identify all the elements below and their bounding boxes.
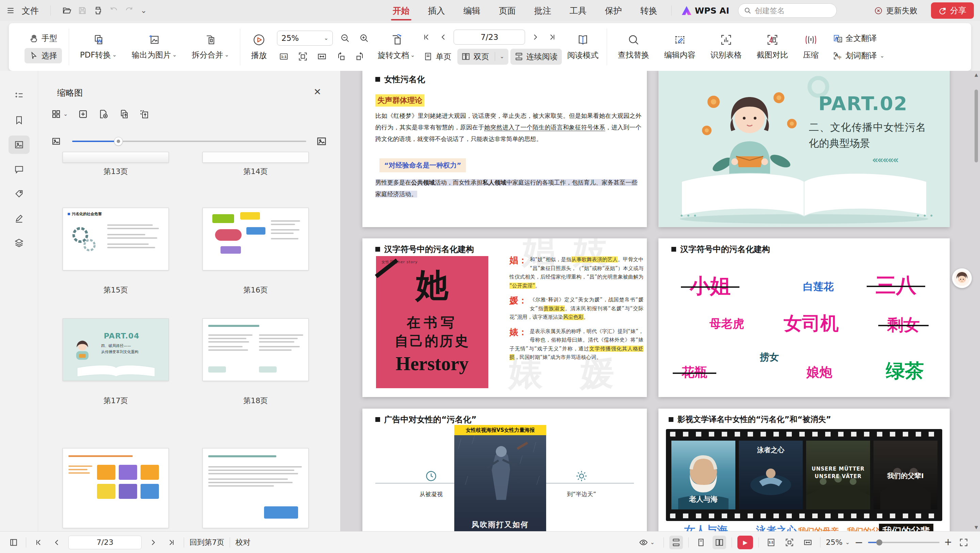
export-image-button[interactable]: 输出为图片⌄ xyxy=(124,25,184,69)
pdf-page-8[interactable]: PART.02 二、文化传播中女性污名化的典型场景 ««««« xyxy=(659,71,950,227)
delete-page-icon[interactable] xyxy=(98,109,108,119)
proofread-button[interactable]: 校对 xyxy=(235,537,250,548)
zoom-slider-thumb[interactable] xyxy=(876,539,882,545)
rotate-right-icon[interactable] xyxy=(353,50,367,63)
read-mode-button[interactable]: 阅读模式 xyxy=(563,25,603,69)
compress-button[interactable]: 压缩 xyxy=(795,25,826,69)
translate-word-button[interactable]: A中 划词翻译 ⌄ xyxy=(831,50,886,62)
update-status[interactable]: 更新失败 xyxy=(874,5,917,16)
share-button[interactable]: 分享 xyxy=(931,2,974,19)
save-icon[interactable] xyxy=(78,6,87,15)
next-page-icon[interactable] xyxy=(146,535,160,549)
vertical-scrollbar[interactable]: ▲ ▼ xyxy=(973,71,979,531)
tag-icon[interactable] xyxy=(8,185,30,203)
thumbnail-page-19[interactable] xyxy=(63,448,169,528)
undo-icon[interactable] xyxy=(109,6,118,15)
close-panel-icon[interactable]: ✕ xyxy=(313,86,321,97)
slideshow-play-button[interactable]: ▶ xyxy=(737,535,753,549)
actual-size-button[interactable]: 1:1 xyxy=(277,50,291,63)
edit-content-button[interactable]: 编辑内容 xyxy=(657,25,703,69)
last-page-icon[interactable] xyxy=(165,535,178,549)
zoom-out-minus-button[interactable]: − xyxy=(854,539,863,545)
thumbnail-page-17[interactable]: PART.04 四、破局路径—— 从传播变革到文化重构 xyxy=(63,319,169,381)
tab-tools[interactable]: 工具 xyxy=(560,0,596,21)
thumbnail-page-13[interactable] xyxy=(63,152,169,163)
tab-page[interactable]: 页面 xyxy=(490,0,525,21)
thumbnail-size-slider[interactable] xyxy=(51,136,330,147)
scrollbar-thumb[interactable] xyxy=(975,89,978,163)
view-visibility-button[interactable]: ⌄ xyxy=(636,535,658,549)
tab-home[interactable]: 开始 xyxy=(383,0,419,21)
statusbar-page-indicator[interactable]: 7/23 xyxy=(68,535,142,549)
pdf-page-9[interactable]: 娼 妓 婊 媛 汉字符号中的污名化建构 女性历史her story 她 在书写 … xyxy=(363,238,647,397)
first-page-icon[interactable] xyxy=(32,535,45,549)
file-menu-button[interactable]: 文件 xyxy=(22,5,39,16)
rotate-left-icon[interactable] xyxy=(334,50,348,63)
extract-page-icon[interactable] xyxy=(139,109,150,119)
pdf-page-10[interactable]: 汉字符号中的污名化建构 小姐 白莲花 三八 母老虎 女司机 剩女 捞女 花瓶 娘… xyxy=(659,238,950,397)
thumbnail-page-16[interactable] xyxy=(202,208,309,270)
zoom-in-button[interactable] xyxy=(357,31,371,45)
search-input[interactable] xyxy=(755,6,823,15)
add-page-icon[interactable] xyxy=(78,109,88,119)
pdf-page-11[interactable]: 广告中对女性的“污名化” 从被凝视 到“半边天” 女性歧视海报VS女性力量海报 … xyxy=(363,409,647,531)
fit-page-icon[interactable] xyxy=(783,535,796,549)
single-page-mode-button[interactable]: 单页 xyxy=(420,49,455,65)
continuous-mode-icon[interactable] xyxy=(669,535,683,549)
chevron-down-icon[interactable]: ⌄ xyxy=(140,7,147,14)
tab-protect[interactable]: 保护 xyxy=(596,0,631,21)
translate-full-button[interactable]: A文 全文翻译 xyxy=(831,32,886,44)
first-page-button[interactable] xyxy=(420,30,433,44)
tab-insert[interactable]: 插入 xyxy=(419,0,454,21)
fit-width-button[interactable] xyxy=(315,50,329,63)
fullscreen-icon[interactable] xyxy=(957,535,970,549)
scroll-down-icon[interactable]: ▼ xyxy=(973,525,979,530)
signature-search-box[interactable] xyxy=(738,3,837,18)
thumbnail-page-18[interactable] xyxy=(202,319,309,381)
wps-ai-button[interactable]: WPS AI xyxy=(682,6,729,16)
double-page-mode-button[interactable]: 双页 ⌄ xyxy=(457,49,508,65)
thumbnail-page-15[interactable]: 污名化的社会危害 xyxy=(63,208,169,270)
select-tool-button[interactable]: 选择 xyxy=(24,48,62,63)
recognize-table-button[interactable]: 识别表格 xyxy=(703,25,749,69)
hand-tool-button[interactable]: 手型 xyxy=(24,31,62,46)
tab-convert[interactable]: 转换 xyxy=(631,0,667,21)
pdf-convert-button[interactable]: W PDF转换⌄ xyxy=(73,25,124,69)
prev-page-button[interactable] xyxy=(437,30,450,44)
layers-icon[interactable] xyxy=(8,234,30,252)
page-number-input[interactable] xyxy=(453,30,525,45)
ai-outline-icon[interactable] xyxy=(8,86,30,105)
print-icon[interactable] xyxy=(94,6,102,15)
assistant-avatar[interactable] xyxy=(952,268,972,288)
menu-icon[interactable] xyxy=(6,6,15,15)
thumbnail-layout-icon[interactable]: ⌄ xyxy=(51,109,68,119)
comments-icon[interactable] xyxy=(8,160,30,178)
pdf-page-12[interactable]: 影视文学译名中女性的“污名化”和“被消失” 老人与海 泳者之心 xyxy=(659,409,950,531)
single-page-mode-icon[interactable] xyxy=(694,535,708,549)
slider-thumb[interactable] xyxy=(114,137,123,146)
double-page-mode-icon[interactable] xyxy=(713,535,726,549)
statusbar-zoom-select[interactable]: 25%⌄ xyxy=(826,538,850,547)
zoom-in-plus-button[interactable]: + xyxy=(944,539,952,545)
bookmark-icon[interactable] xyxy=(8,111,30,129)
pdf-page-7[interactable]: 女性污名化 失声群体理论 比如《红楼梦》里刘姥姥进大观园，说话唐突，举止失态，被… xyxy=(363,71,647,227)
scroll-up-icon[interactable]: ▲ xyxy=(973,72,979,77)
find-replace-button[interactable]: 查找替换 xyxy=(611,25,657,69)
open-file-icon[interactable] xyxy=(62,6,71,15)
split-merge-button[interactable]: 拆分合并⌄ xyxy=(185,25,237,69)
play-button[interactable]: 播放 xyxy=(243,25,274,69)
thumbnails-panel-icon[interactable] xyxy=(8,135,30,154)
toggle-sidebar-icon[interactable] xyxy=(7,535,21,549)
replace-page-icon[interactable] xyxy=(119,109,129,119)
screenshot-compare-button[interactable]: 截图对比 xyxy=(749,25,795,69)
zoom-out-button[interactable] xyxy=(338,31,352,45)
tab-edit[interactable]: 编辑 xyxy=(454,0,490,21)
signature-pen-icon[interactable] xyxy=(8,209,30,228)
back-to-page-button[interactable]: 回到第7页 xyxy=(189,537,224,548)
last-page-button[interactable] xyxy=(546,30,559,44)
zoom-level-select[interactable]: 25%⌄ xyxy=(277,31,333,46)
next-page-button[interactable] xyxy=(528,30,542,44)
actual-size-icon[interactable]: 1:1 xyxy=(764,535,778,549)
redo-icon[interactable] xyxy=(125,6,134,15)
prev-page-icon[interactable] xyxy=(50,535,64,549)
